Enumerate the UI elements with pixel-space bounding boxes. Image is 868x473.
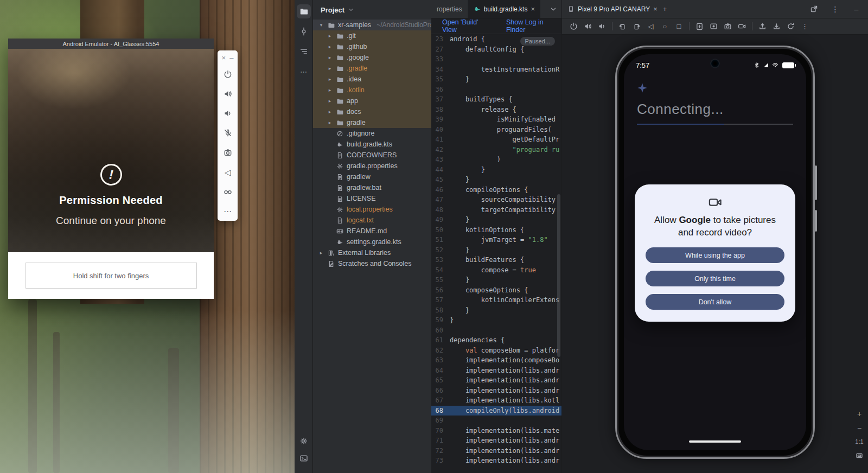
- code-line-35[interactable]: 35 }: [431, 74, 561, 85]
- phone-screen[interactable]: 7:57 Connecting... Allow Google to take …: [624, 54, 806, 450]
- code-line-60[interactable]: 60: [431, 325, 561, 336]
- code-line-56[interactable]: 56 composeOptions {: [431, 285, 561, 296]
- tree-item-scratches-and-consoles[interactable]: Scratches and Consoles: [313, 258, 431, 269]
- code-line-44[interactable]: 44 }: [431, 165, 561, 175]
- code-line-58[interactable]: 58 }: [431, 305, 561, 316]
- emulator-title-bar[interactable]: Android Emulator - AI_Glasses:5554: [8, 39, 214, 49]
- volume-up-icon[interactable]: [582, 20, 594, 33]
- gear-icon[interactable]: [297, 434, 311, 448]
- code-line-73[interactable]: 73 implementation(libs.andr: [431, 456, 561, 466]
- camera-icon[interactable]: [722, 20, 734, 33]
- minimize-icon[interactable]: –: [229, 54, 233, 61]
- tree-item-git[interactable]: ▸.git: [313, 30, 431, 41]
- kebab-icon[interactable]: ⋮: [799, 20, 811, 33]
- terminal-icon[interactable]: [297, 451, 311, 465]
- code-line-40[interactable]: 40 proguardFiles(: [431, 125, 561, 135]
- tree-item-settings-gradle-kts[interactable]: settings.gradle.kts: [313, 237, 431, 247]
- while-using-the-app-button[interactable]: While using the app: [646, 247, 784, 263]
- code-line-63[interactable]: 63 implementation(composeBo: [431, 355, 561, 366]
- tree-item-gradle-properties[interactable]: gradle.properties: [313, 161, 431, 171]
- tab-list-chevron-icon[interactable]: [550, 0, 561, 18]
- code-line-52[interactable]: 52 }: [431, 245, 561, 255]
- commit-icon[interactable]: [297, 24, 311, 39]
- code-line-50[interactable]: 50 kotlinOptions {: [431, 225, 561, 235]
- code-line-67[interactable]: 67 implementation(libs.kotl: [431, 395, 561, 406]
- tree-item-license[interactable]: LICENSE: [313, 193, 431, 204]
- project-panel-header[interactable]: Project: [313, 0, 431, 20]
- close-icon[interactable]: ×: [653, 5, 658, 12]
- more-icon[interactable]: ⋯: [297, 65, 311, 79]
- code-line-46[interactable]: 46 compileOptions {: [431, 185, 561, 195]
- volume-down-icon[interactable]: [220, 104, 236, 123]
- download-icon[interactable]: [770, 20, 783, 33]
- tab-pixel-9-pro[interactable]: Pixel 9 Pro API CANARY ×: [567, 5, 658, 13]
- code-line-39[interactable]: 39 isMinifyEnabled: [431, 114, 561, 125]
- zoom-in-icon[interactable]: +: [857, 410, 861, 418]
- code-line-65[interactable]: 65 implementation(libs.andr: [431, 375, 561, 386]
- code-line-41[interactable]: 41 getDefaultPr: [431, 135, 561, 145]
- mic-off-icon[interactable]: [220, 123, 236, 143]
- back-icon[interactable]: ◁: [220, 162, 236, 182]
- code-line-49[interactable]: 49 }: [431, 215, 561, 225]
- home-icon[interactable]: ○: [659, 20, 671, 33]
- kebab-icon[interactable]: ⋮: [829, 3, 841, 15]
- tree-item-google[interactable]: ▸.google: [313, 52, 431, 63]
- code-line-47[interactable]: 47 sourceCompatibility: [431, 195, 561, 205]
- back-icon[interactable]: ◁: [644, 20, 657, 33]
- tree-item-gradle[interactable]: ▸.gradle: [313, 63, 431, 74]
- code-line-45[interactable]: 45 }: [431, 175, 561, 185]
- code-line-51[interactable]: 51 jvmTarget = "1.8": [431, 235, 561, 245]
- open-build-view-link[interactable]: Open 'Build' View: [442, 18, 492, 34]
- tab-build-gradle-kts[interactable]: build.gradle.kts ×: [468, 0, 540, 18]
- don-t-allow-button[interactable]: Don't allow: [646, 294, 784, 310]
- code-line-62[interactable]: 62 val composeBom = platfor: [431, 346, 561, 356]
- project-icon[interactable]: [297, 4, 311, 18]
- code-line-69[interactable]: 69: [431, 416, 561, 426]
- restart-icon[interactable]: [784, 20, 797, 33]
- fit-icon[interactable]: [855, 451, 864, 460]
- code-line-57[interactable]: 57 kotlinCompilerExtens: [431, 295, 561, 305]
- code-line-48[interactable]: 48 targetCompatibility: [431, 205, 561, 215]
- tree-item-gradlew-bat[interactable]: gradlew.bat: [313, 182, 431, 193]
- overview-icon[interactable]: □: [673, 20, 685, 33]
- upload-icon[interactable]: [756, 20, 769, 33]
- code-line-37[interactable]: 37 buildTypes {: [431, 94, 561, 105]
- tree-item-codeowners[interactable]: CODEOWNERS: [313, 150, 431, 161]
- popout-icon[interactable]: [808, 3, 820, 15]
- tree-item-github[interactable]: ▸.github: [313, 41, 431, 52]
- editor-scrollbar[interactable]: [557, 194, 560, 357]
- tree-item-gradle[interactable]: ▸gradle: [313, 117, 431, 128]
- code-line-72[interactable]: 72 implementation(libs.andr: [431, 446, 561, 456]
- code-line-34[interactable]: 34 testInstrumentationR: [431, 65, 561, 75]
- tree-item-readme-md[interactable]: README.md: [313, 226, 431, 237]
- code-line-55[interactable]: 55 }: [431, 275, 561, 285]
- structure-icon[interactable]: [297, 44, 311, 59]
- tree-item-gitignore[interactable]: .gitignore: [313, 128, 431, 139]
- show-log-in-finder-link[interactable]: Show Log in Finder: [506, 18, 561, 34]
- power-icon[interactable]: [220, 65, 236, 84]
- zoom-1-1-label[interactable]: 1:1: [855, 438, 863, 445]
- glasses-icon[interactable]: [220, 182, 236, 201]
- code-line-54[interactable]: 54 compose = true: [431, 265, 561, 276]
- tab-gradle-properties[interactable]: roperties: [431, 0, 468, 18]
- code-line-33[interactable]: 33: [431, 54, 561, 65]
- power-icon[interactable]: [567, 20, 580, 33]
- tree-item-docs[interactable]: ▸docs: [313, 106, 431, 117]
- only-this-time-button[interactable]: Only this time: [646, 271, 784, 286]
- zoom-out-icon[interactable]: −: [857, 424, 861, 432]
- volume-down-icon[interactable]: [596, 20, 608, 33]
- tree-item-idea[interactable]: ▸.idea: [313, 74, 431, 85]
- code-line-70[interactable]: 70 implementation(libs.mate: [431, 426, 561, 436]
- volume-up-icon[interactable]: [220, 84, 236, 104]
- code-line-66[interactable]: 66 implementation(libs.andr: [431, 386, 561, 396]
- code-line-27[interactable]: 27 defaultConfig {: [431, 44, 561, 55]
- close-icon[interactable]: ×: [222, 54, 226, 61]
- code-line-42[interactable]: 42 "proguard-ru: [431, 145, 561, 155]
- tree-item-kotlin[interactable]: ▸.kotlin: [313, 85, 431, 95]
- tree-item-build-gradle-kts[interactable]: build.gradle.kts: [313, 139, 431, 150]
- minimize-icon[interactable]: –: [850, 3, 863, 15]
- rotate-left-icon[interactable]: [616, 20, 629, 33]
- code-line-71[interactable]: 71 implementation(libs.andr: [431, 436, 561, 446]
- emulator-screen[interactable]: ! Permission Needed Continue on your pho…: [8, 49, 214, 252]
- rotate-right-icon[interactable]: [630, 20, 643, 33]
